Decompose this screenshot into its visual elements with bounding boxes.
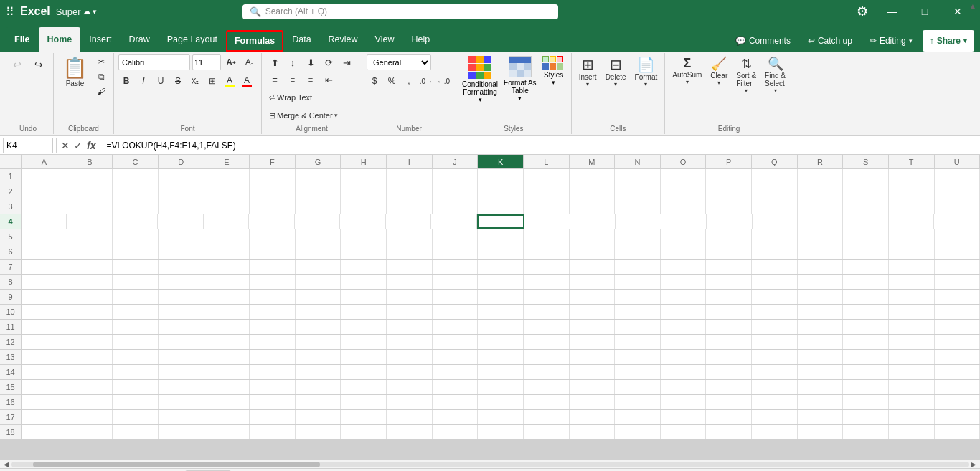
scroll-track[interactable] <box>11 462 969 467</box>
cell-t3[interactable] <box>889 199 935 214</box>
col-header-j[interactable]: J <box>433 155 479 168</box>
cell-d1[interactable] <box>159 169 204 184</box>
col-header-r[interactable]: R <box>798 155 844 168</box>
align-left-btn[interactable]: ≡ <box>266 72 283 87</box>
cell-t5[interactable] <box>889 229 935 244</box>
tab-file[interactable]: File <box>6 27 39 52</box>
fill-color-btn[interactable]: A <box>222 73 237 89</box>
cell-o3[interactable] <box>661 199 707 214</box>
maximize-btn[interactable]: □ <box>908 0 941 23</box>
tab-review[interactable]: Review <box>320 27 367 52</box>
tab-page-layout[interactable]: Page Layout <box>159 27 226 52</box>
undo-btn[interactable]: ↩ <box>7 54 27 75</box>
cell-c1[interactable] <box>113 169 159 184</box>
tab-formulas[interactable]: Formulas <box>226 30 283 52</box>
cell-n3[interactable] <box>615 199 661 214</box>
cancel-formula-icon[interactable]: ✕ <box>60 140 71 151</box>
col-header-q[interactable]: Q <box>752 155 798 168</box>
account-cloud-icon[interactable]: ☁ <box>83 6 91 16</box>
cell-t2[interactable] <box>889 184 935 199</box>
col-header-o[interactable]: O <box>661 155 707 168</box>
cell-j1[interactable] <box>433 169 479 184</box>
find-select-btn[interactable]: 🔍 Find &Select ▾ <box>762 54 788 95</box>
cell-r1[interactable] <box>798 169 844 184</box>
cell-m5[interactable] <box>570 229 616 244</box>
cell-ref-box[interactable] <box>3 138 53 153</box>
number-format-dropdown[interactable]: General Number Currency Accounting Date … <box>367 54 431 70</box>
cell-n4[interactable] <box>616 214 661 229</box>
cell-r5[interactable] <box>798 229 844 244</box>
col-header-c[interactable]: C <box>113 155 159 168</box>
formula-input[interactable] <box>103 138 977 153</box>
cell-i4[interactable] <box>386 214 431 229</box>
cell-s5[interactable] <box>843 229 889 244</box>
cell-i3[interactable] <box>387 199 433 214</box>
cell-g4[interactable] <box>295 214 340 229</box>
cell-u4[interactable] <box>934 214 979 229</box>
cell-c2[interactable] <box>113 184 159 199</box>
cell-a3[interactable] <box>22 199 67 214</box>
col-header-p[interactable]: P <box>706 155 752 168</box>
cell-p5[interactable] <box>706 229 752 244</box>
account-arrow[interactable]: ▾ <box>93 7 97 16</box>
format-as-table-btn[interactable]: Format AsTable ▾ <box>502 54 538 103</box>
wrap-text-btn[interactable]: ⏎ Wrap Text <box>266 90 315 105</box>
clear-btn[interactable]: 🧹 Clear ▾ <box>707 54 730 87</box>
cell-a5[interactable] <box>22 229 67 244</box>
cell-d2[interactable] <box>159 184 204 199</box>
waffle-icon[interactable]: ⠿ <box>6 5 14 19</box>
cell-h1[interactable] <box>341 169 387 184</box>
catch-up-btn[interactable]: ↩ Catch up <box>801 30 859 52</box>
cell-f1[interactable] <box>250 169 296 184</box>
format-painter-btn[interactable]: 🖌 <box>93 85 109 99</box>
col-header-i[interactable]: I <box>387 155 433 168</box>
cell-l4[interactable] <box>524 214 570 229</box>
percent-btn[interactable]: % <box>384 73 400 89</box>
cell-k5[interactable] <box>478 229 524 244</box>
cell-p2[interactable] <box>706 184 752 199</box>
col-header-l[interactable]: L <box>524 155 570 168</box>
col-header-n[interactable]: N <box>615 155 661 168</box>
cell-j4[interactable] <box>431 214 476 229</box>
cell-b2[interactable] <box>67 184 113 199</box>
cell-g3[interactable] <box>296 199 341 214</box>
align-top-btn[interactable]: ⬆ <box>266 54 283 70</box>
cell-j3[interactable] <box>433 199 479 214</box>
scroll-thumb[interactable] <box>33 462 320 467</box>
cell-o2[interactable] <box>661 184 707 199</box>
align-middle-btn[interactable]: ↕ <box>284 54 301 70</box>
tab-insert[interactable]: Insert <box>80 27 120 52</box>
currency-btn[interactable]: $ <box>367 73 382 89</box>
col-header-f[interactable]: F <box>250 155 296 168</box>
cell-s1[interactable] <box>843 169 889 184</box>
cell-u3[interactable] <box>935 199 981 214</box>
cell-g5[interactable] <box>296 229 341 244</box>
cell-b4[interactable] <box>67 214 112 229</box>
font-name-input[interactable] <box>118 54 190 70</box>
cell-i5[interactable] <box>387 229 433 244</box>
cell-c5[interactable] <box>113 229 159 244</box>
cell-d5[interactable] <box>159 229 204 244</box>
col-header-t[interactable]: T <box>889 155 935 168</box>
ribbon-collapse-btn[interactable]: ▲ <box>969 1 977 11</box>
underline-btn[interactable]: U <box>153 73 169 89</box>
cell-f3[interactable] <box>250 199 296 214</box>
cell-m1[interactable] <box>570 169 616 184</box>
cell-q3[interactable] <box>752 199 798 214</box>
cell-e3[interactable] <box>204 199 250 214</box>
cell-b3[interactable] <box>67 199 113 214</box>
cell-f5[interactable] <box>250 229 296 244</box>
align-center-btn[interactable]: ≡ <box>284 72 301 87</box>
cell-a2[interactable] <box>22 184 67 199</box>
cell-n1[interactable] <box>615 169 661 184</box>
cell-q4[interactable] <box>753 214 798 229</box>
decrease-decimal-btn[interactable]: ←.0 <box>435 73 451 89</box>
cell-s4[interactable] <box>843 214 888 229</box>
col-header-s[interactable]: S <box>843 155 889 168</box>
cell-m4[interactable] <box>570 214 616 229</box>
cell-g2[interactable] <box>296 184 341 199</box>
col-header-d[interactable]: D <box>159 155 204 168</box>
cell-h2[interactable] <box>341 184 387 199</box>
cell-a4[interactable] <box>22 214 67 229</box>
cell-k4[interactable] <box>477 214 524 229</box>
